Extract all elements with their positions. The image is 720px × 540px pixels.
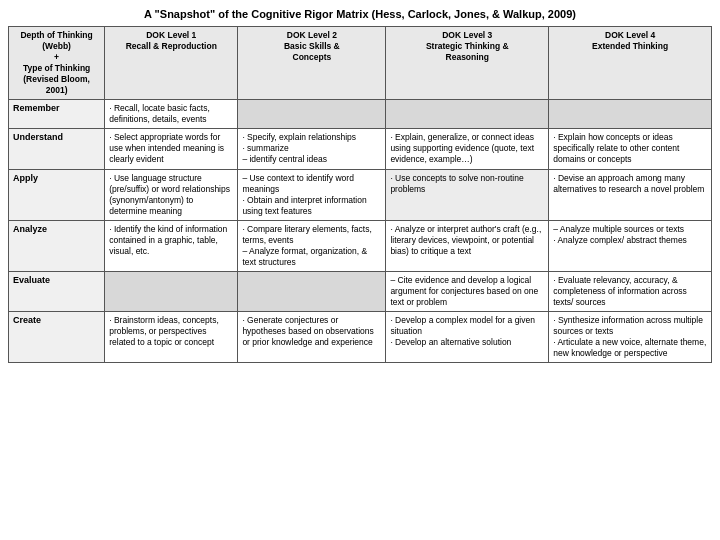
cell-analyze-col2: · Compare literary elements, facts, term… bbox=[238, 220, 386, 271]
col-header-3: DOK Level 3 Strategic Thinking & Reasoni… bbox=[386, 27, 549, 100]
page-title: A "Snapshot" of the Cognitive Rigor Matr… bbox=[8, 8, 712, 20]
cell-apply-col3: · Use concepts to solve non-routine prob… bbox=[386, 169, 549, 220]
cell-remember-col4 bbox=[549, 100, 712, 129]
cell-evaluate-col1 bbox=[105, 271, 238, 311]
cell-evaluate-col2 bbox=[238, 271, 386, 311]
col-header-2: DOK Level 2 Basic Skills & Concepts bbox=[238, 27, 386, 100]
row-header-analyze: Analyze bbox=[9, 220, 105, 271]
cell-analyze-col1: · Identify the kind of information conta… bbox=[105, 220, 238, 271]
cell-create-col4: · Synthesize information across multiple… bbox=[549, 312, 712, 363]
col-header-1: DOK Level 1 Recall & Reproduction bbox=[105, 27, 238, 100]
cell-create-col3: · Develop a complex model for a given si… bbox=[386, 312, 549, 363]
cell-understand-col3: · Explain, generalize, or connect ideas … bbox=[386, 129, 549, 169]
cell-apply-col4: · Devise an approach among many alternat… bbox=[549, 169, 712, 220]
col-header-4: DOK Level 4 Extended Thinking bbox=[549, 27, 712, 100]
row-header-understand: Understand bbox=[9, 129, 105, 169]
cell-create-col1: · Brainstorm ideas, concepts, problems, … bbox=[105, 312, 238, 363]
cell-analyze-col3: · Analyze or interpret author's craft (e… bbox=[386, 220, 549, 271]
cell-understand-col2: · Specify, explain relationships · summa… bbox=[238, 129, 386, 169]
cell-apply-col1: · Use language structure (pre/suffix) or… bbox=[105, 169, 238, 220]
col-header-0: Depth of Thinking (Webb) + Type of Think… bbox=[9, 27, 105, 100]
cell-understand-col1: · Select appropriate words for use when … bbox=[105, 129, 238, 169]
cell-evaluate-col3: – Cite evidence and develop a logical ar… bbox=[386, 271, 549, 311]
cell-understand-col4: · Explain how concepts or ideas specific… bbox=[549, 129, 712, 169]
cell-create-col2: · Generate conjectures or hypotheses bas… bbox=[238, 312, 386, 363]
row-header-create: Create bbox=[9, 312, 105, 363]
cell-remember-col2 bbox=[238, 100, 386, 129]
cell-apply-col2: – Use context to identify word meanings … bbox=[238, 169, 386, 220]
cell-evaluate-col4: · Evaluate relevancy, accuracy, & comple… bbox=[549, 271, 712, 311]
cell-remember-col3 bbox=[386, 100, 549, 129]
row-header-apply: Apply bbox=[9, 169, 105, 220]
cell-analyze-col4: – Analyze multiple sources or texts · An… bbox=[549, 220, 712, 271]
cell-remember-col1: · Recall, locate basic facts, definition… bbox=[105, 100, 238, 129]
row-header-evaluate: Evaluate bbox=[9, 271, 105, 311]
row-header-remember: Remember bbox=[9, 100, 105, 129]
